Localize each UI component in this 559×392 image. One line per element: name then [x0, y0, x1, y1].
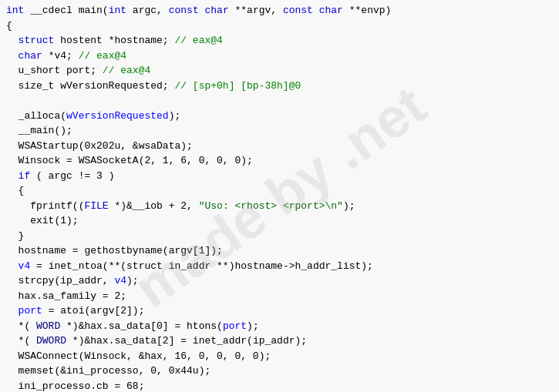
- code-line-2: {: [6, 18, 553, 34]
- code-line-14: fprintf((FILE *)&__iob + 2, "Uso: <rhost…: [6, 199, 553, 214]
- code-line-8: _alloca(wVersionRequested);: [6, 109, 553, 124]
- code-line-15: exit(1);: [6, 213, 553, 229]
- code-line-13: {: [6, 183, 553, 199]
- code-line-5: u_short port; // eax@4: [6, 63, 553, 79]
- code-line-7: [6, 93, 553, 109]
- code-line-12: if ( argc != 3 ): [6, 169, 553, 184]
- code-line-17: hostname = gethostbyname(argv[1]);: [6, 243, 553, 259]
- code-line-6: size_t wVersionRequested; // [sp+0h] [bp…: [6, 79, 553, 94]
- code-line-10: WSAStartup(0x202u, &wsaData);: [6, 139, 553, 154]
- code-line-21: port = atoi(argv[2]);: [6, 303, 553, 319]
- code-line-4: char *v4; // eax@4: [6, 49, 553, 64]
- code-line-22: *( WORD *)&hax.sa_data[0] = htons(port);: [6, 319, 553, 334]
- code-line-20: hax.sa_family = 2;: [6, 289, 553, 304]
- code-line-11: Winsock = WSASocketA(2, 1, 6, 0, 0, 0);: [6, 153, 553, 169]
- code-line-3: struct hostent *hostname; // eax@4: [6, 33, 553, 49]
- code-line-9: __main();: [6, 123, 553, 139]
- code-line-19: strcpy(ip_addr, v4);: [6, 273, 553, 289]
- code-line-1: int __cdecl main(int argc, const char **…: [6, 3, 553, 18]
- code-line-26: ini_processo.cb = 68;: [6, 379, 553, 393]
- code-viewer: made by .net int __cdecl main(int argc, …: [0, 0, 559, 392]
- code-line-25: memset(&ini_processo, 0, 0x44u);: [6, 364, 553, 379]
- code-line-16: }: [6, 229, 553, 244]
- code-line-24: WSAConnect(Winsock, &hax, 16, 0, 0, 0, 0…: [6, 349, 553, 364]
- code-line-18: v4 = inet_ntoa(**(struct in_addr **)host…: [6, 259, 553, 274]
- code-line-23: *( DWORD *)&hax.sa_data[2] = inet_addr(i…: [6, 333, 553, 349]
